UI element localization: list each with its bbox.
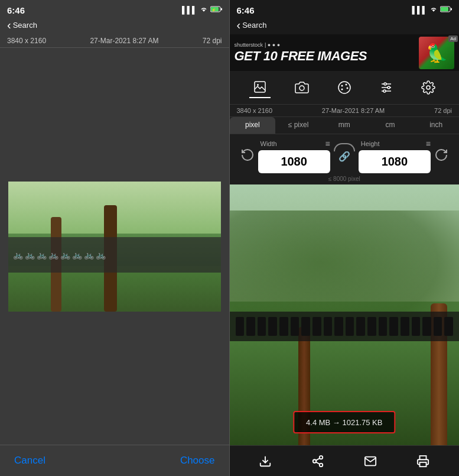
unit-tabs: pixel ≤ pixel mm cm inch <box>230 117 460 134</box>
rotate-left-button[interactable] <box>239 148 256 165</box>
fence-item-3 <box>258 317 266 336</box>
svg-rect-2 <box>221 8 222 11</box>
fence-item-8 <box>312 317 321 336</box>
max-pixel-label: ≤ 8000 pixel <box>239 176 450 182</box>
resize-controls: Width ≡ 🔗 Height ≡ <box>230 134 460 184</box>
left-back-button[interactable]: Search <box>7 19 37 31</box>
ad-headline: GET 10 FREE IMAGES <box>235 49 419 63</box>
fence-item-17 <box>412 317 421 336</box>
signal-icon: ▌▌▌ <box>182 6 197 14</box>
ad-headline-pre: GET <box>235 48 263 63</box>
fence-item-7 <box>301 317 310 336</box>
fence-right <box>230 312 460 341</box>
hamburger-width: ≡ <box>325 139 330 148</box>
wifi-icon <box>200 6 208 14</box>
left-back-label: Search <box>13 21 37 30</box>
bike4: 🚲 <box>48 250 58 260</box>
chain-link-icon: 🔗 <box>338 151 350 162</box>
download-button[interactable] <box>259 455 272 468</box>
left-bottom-bar: Cancel Choose <box>0 445 229 476</box>
svg-rect-5 <box>441 7 448 11</box>
fence-item-16 <box>401 317 409 336</box>
svg-rect-7 <box>255 82 265 92</box>
settings-tool-button[interactable] <box>418 77 439 98</box>
fence-item-10 <box>334 317 343 336</box>
print-button[interactable] <box>416 455 429 468</box>
ad-headline-mid: FREE <box>277 48 314 63</box>
svg-rect-6 <box>451 8 452 11</box>
fence-item-2 <box>246 317 255 336</box>
right-status-icons: ▌▌▌ <box>412 6 452 14</box>
camera-tool-button[interactable] <box>291 77 312 98</box>
cancel-button[interactable]: Cancel <box>14 455 45 467</box>
right-wifi-icon <box>429 6 438 14</box>
scene-left: 🚲 🚲 🚲 🚲 🚲 🚲 🚲 🚲 <box>8 182 221 312</box>
tab-le-pixel[interactable]: ≤ pixel <box>275 117 321 134</box>
fence-item-19 <box>434 317 442 336</box>
fence-item-15 <box>389 317 398 336</box>
svg-point-25 <box>320 463 323 467</box>
svg-point-18 <box>384 83 386 85</box>
bike3: 🚲 <box>37 250 47 260</box>
fence-item-18 <box>422 317 431 336</box>
image-tool-button[interactable] <box>249 77 271 98</box>
arc-top <box>334 143 355 151</box>
rotate-right-button[interactable] <box>433 148 450 165</box>
sliders-tool-button[interactable] <box>376 77 397 98</box>
compressed-size: 1021.75 KB <box>342 418 382 427</box>
svg-point-11 <box>341 85 343 87</box>
svg-point-10 <box>338 82 350 93</box>
scene-right <box>230 184 460 445</box>
svg-point-12 <box>345 84 347 86</box>
choose-button[interactable]: Choose <box>180 455 215 467</box>
tab-pixel[interactable]: pixel <box>230 117 276 134</box>
tab-inch[interactable]: inch <box>413 117 459 134</box>
bike5: 🚲 <box>60 250 70 260</box>
fence-item-11 <box>346 317 354 336</box>
size-overlay: 4.4 MB → 1021.75 KB <box>293 411 395 433</box>
svg-text:⚡: ⚡ <box>211 8 216 12</box>
ad-headline-post: IMAGES <box>314 48 367 63</box>
right-back-button[interactable]: Search <box>237 19 267 31</box>
ad-brand: shutterstock | ● ● ● <box>235 42 419 48</box>
original-size: 4.4 MB <box>306 418 330 427</box>
left-image: 🚲 🚲 🚲 🚲 🚲 🚲 🚲 🚲 <box>8 182 221 312</box>
fence-item-14 <box>379 317 388 336</box>
right-status-bar: 6:46 ▌▌▌ <box>230 0 460 18</box>
fence-item-12 <box>356 317 365 336</box>
right-metadata-bar: 3840 x 2160 27-Mar-2021 8:27 AM 72 dpi <box>230 105 460 117</box>
toolbar <box>230 71 460 105</box>
ad-banner[interactable]: shutterstock | ● ● ● GET 10 FREE IMAGES … <box>230 34 460 71</box>
right-image-preview: 4.4 MB → 1021.75 KB <box>230 184 460 445</box>
left-nav-bar: Search <box>0 18 229 34</box>
width-input[interactable] <box>258 150 330 173</box>
height-input[interactable] <box>359 150 431 173</box>
svg-point-24 <box>313 459 317 463</box>
bottom-actions-bar <box>230 445 460 476</box>
svg-point-23 <box>320 455 323 459</box>
left-date: 27-Mar-2021 8:27 AM <box>90 37 158 45</box>
right-nav-bar: Search <box>230 18 460 34</box>
fence-left: 🚲 🚲 🚲 🚲 🚲 🚲 🚲 🚲 <box>8 237 221 273</box>
svg-rect-28 <box>420 462 427 466</box>
right-panel: 6:46 ▌▌▌ Search shut <box>230 0 460 476</box>
bike2: 🚲 <box>25 250 35 260</box>
fence-item-4 <box>268 317 277 336</box>
left-dpi: 72 dpi <box>203 37 222 45</box>
svg-line-27 <box>316 458 320 460</box>
email-button[interactable] <box>364 455 377 468</box>
palette-tool-button[interactable] <box>334 77 355 98</box>
right-date: 27-Mar-2021 8:27 AM <box>322 107 385 114</box>
left-resolution: 3840 x 2160 <box>7 37 46 45</box>
fence-item-5 <box>279 317 288 336</box>
svg-point-9 <box>300 86 304 90</box>
tab-cm[interactable]: cm <box>367 117 414 134</box>
bike7: 🚲 <box>84 250 94 260</box>
left-image-area: 🚲 🚲 🚲 🚲 🚲 🚲 🚲 🚲 <box>0 48 229 445</box>
fence-item-1 <box>236 317 245 336</box>
share-button[interactable] <box>311 455 324 468</box>
svg-point-13 <box>346 88 348 89</box>
size-arrow: → <box>333 418 343 427</box>
bike6: 🚲 <box>72 250 82 260</box>
tab-mm[interactable]: mm <box>321 117 367 134</box>
